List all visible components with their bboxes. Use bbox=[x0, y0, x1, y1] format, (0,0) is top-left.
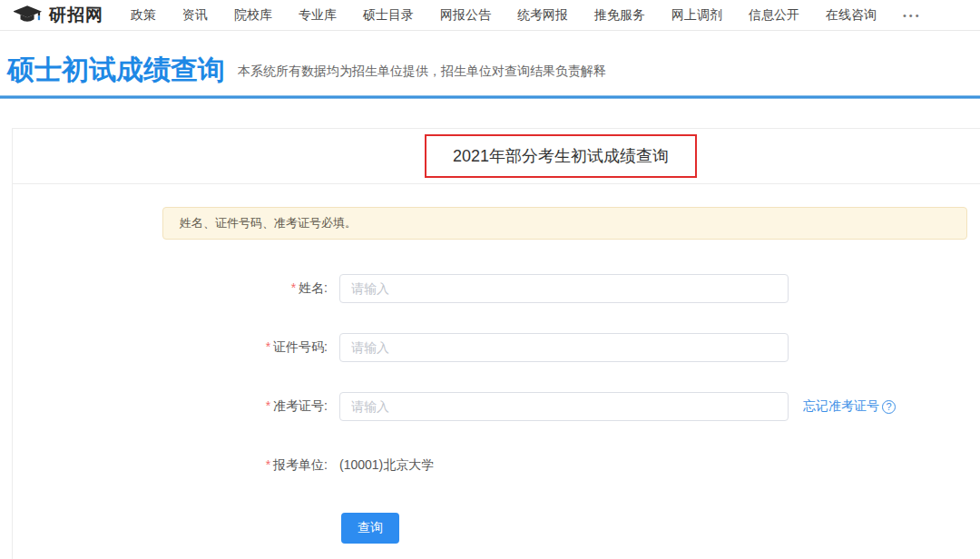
query-card: 2021年部分考生初试成绩查询 姓名、证件号码、准考证号必填。 *姓名: *证件… bbox=[12, 128, 980, 559]
site-logo[interactable]: 研招网 bbox=[14, 4, 103, 27]
nav-item-policy[interactable]: 政策 bbox=[131, 7, 156, 24]
nav-item-online-report-notice[interactable]: 网报公告 bbox=[440, 7, 491, 24]
form-row-target-unit: *报考单位: (10001)北京大学 bbox=[13, 451, 980, 480]
form-row-ticket-number: *准考证号: 忘记准考证号 ? bbox=[13, 392, 980, 421]
page-subtitle: 本系统所有数据均为招生单位提供，招生单位对查询结果负责解释 bbox=[238, 64, 606, 84]
blue-divider bbox=[0, 95, 980, 99]
nav-item-info-disclosure[interactable]: 信息公开 bbox=[749, 7, 799, 24]
nav-item-major-library[interactable]: 专业库 bbox=[299, 7, 337, 24]
form-row-name: *姓名: bbox=[13, 274, 980, 303]
card-body: 姓名、证件号码、准考证号必填。 *姓名: *证件号码: *准考证号: 忘记准考证… bbox=[13, 184, 980, 544]
nav-more-icon[interactable]: ••• bbox=[903, 10, 922, 21]
required-asterisk: * bbox=[266, 339, 270, 354]
page-header: 硕士初试成绩查询 本系统所有数据均为招生单位提供，招生单位对查询结果负责解释 bbox=[0, 31, 980, 95]
card-header: 2021年部分考生初试成绩查询 bbox=[13, 129, 980, 184]
nav-item-master-catalog[interactable]: 硕士目录 bbox=[363, 7, 414, 24]
nav-item-online-consult[interactable]: 在线咨询 bbox=[826, 7, 877, 24]
required-asterisk: * bbox=[291, 280, 296, 295]
target-unit-value: (10001)北京大学 bbox=[339, 457, 434, 474]
page-title: 硕士初试成绩查询 bbox=[7, 54, 225, 84]
graduation-cap-icon bbox=[14, 5, 49, 25]
logo-text: 研招网 bbox=[49, 4, 103, 27]
name-input[interactable] bbox=[339, 274, 789, 303]
nav-item-online-adjustment[interactable]: 网上调剂 bbox=[671, 7, 722, 24]
required-fields-notice: 姓名、证件号码、准考证号必填。 bbox=[162, 207, 967, 240]
nav-menu: 政策 资讯 院校库 专业库 硕士目录 网报公告 统考网报 推免服务 网上调剂 信… bbox=[131, 7, 922, 24]
top-navigation: 研招网 政策 资讯 院校库 专业库 硕士目录 网报公告 统考网报 推免服务 网上… bbox=[0, 0, 980, 31]
nav-item-college-library[interactable]: 院校库 bbox=[234, 7, 272, 24]
target-unit-label: *报考单位: bbox=[13, 457, 328, 474]
ticket-number-input[interactable] bbox=[339, 392, 789, 421]
help-icon: ? bbox=[882, 400, 896, 414]
card-title: 2021年部分考生初试成绩查询 bbox=[453, 147, 669, 165]
nav-item-unified-exam-report[interactable]: 统考网报 bbox=[517, 7, 568, 24]
submit-row: 查询 bbox=[341, 513, 980, 544]
required-asterisk: * bbox=[266, 398, 270, 413]
ticket-number-label: *准考证号: bbox=[13, 398, 328, 415]
form-row-id-number: *证件号码: bbox=[13, 333, 980, 362]
id-number-label: *证件号码: bbox=[13, 339, 328, 356]
id-number-input[interactable] bbox=[339, 333, 789, 362]
card-title-highlight-box: 2021年部分考生初试成绩查询 bbox=[425, 134, 697, 178]
nav-item-news[interactable]: 资讯 bbox=[182, 7, 208, 24]
required-asterisk: * bbox=[266, 457, 270, 472]
name-label: *姓名: bbox=[13, 280, 328, 297]
query-button[interactable]: 查询 bbox=[341, 513, 399, 544]
forgot-ticket-link[interactable]: 忘记准考证号 ? bbox=[803, 398, 896, 415]
nav-item-exemption-service[interactable]: 推免服务 bbox=[594, 7, 645, 24]
